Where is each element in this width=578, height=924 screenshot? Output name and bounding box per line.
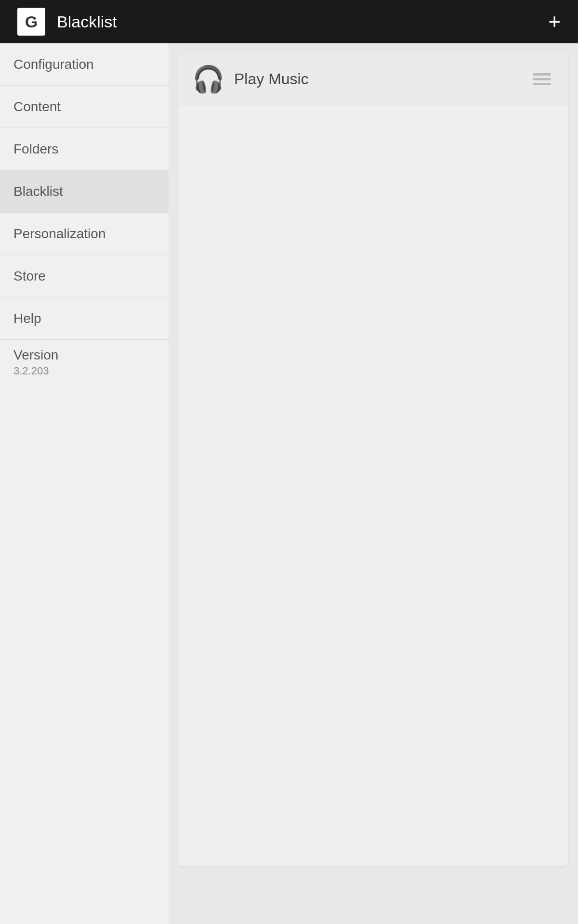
drag-bar-3 bbox=[533, 83, 551, 85]
main-container: Configuration Content Folders Blacklist … bbox=[0, 43, 578, 924]
app-logo: G bbox=[17, 8, 45, 36]
add-button[interactable]: + bbox=[548, 11, 561, 32]
app-header: G Blacklist + bbox=[0, 0, 578, 43]
sidebar-item-personalization[interactable]: Personalization bbox=[0, 213, 169, 255]
sidebar-item-folders[interactable]: Folders bbox=[0, 128, 169, 170]
sidebar-item-help[interactable]: Help bbox=[0, 297, 169, 340]
sidebar-item-content[interactable]: Content bbox=[0, 86, 169, 128]
drag-bar-1 bbox=[533, 73, 551, 76]
content-area: 🎧 Play Music bbox=[169, 43, 578, 924]
sidebar-item-configuration[interactable]: Configuration bbox=[0, 43, 169, 86]
drag-handle[interactable] bbox=[529, 69, 555, 89]
sidebar: Configuration Content Folders Blacklist … bbox=[0, 43, 169, 924]
app-card-body bbox=[178, 105, 568, 866]
app-icon: 🎧 bbox=[192, 63, 224, 95]
sidebar-item-store[interactable]: Store bbox=[0, 255, 169, 297]
app-card-header-left: 🎧 Play Music bbox=[192, 63, 309, 95]
header-left: G Blacklist bbox=[17, 8, 117, 36]
app-card-header: 🎧 Play Music bbox=[178, 53, 568, 105]
header-title: Blacklist bbox=[57, 13, 117, 31]
sidebar-version: Version 3.2.203 bbox=[0, 340, 169, 385]
drag-bar-2 bbox=[533, 78, 551, 80]
app-name: Play Music bbox=[234, 70, 309, 88]
sidebar-item-blacklist[interactable]: Blacklist bbox=[0, 170, 169, 213]
app-card-play-music: 🎧 Play Music bbox=[178, 53, 568, 866]
